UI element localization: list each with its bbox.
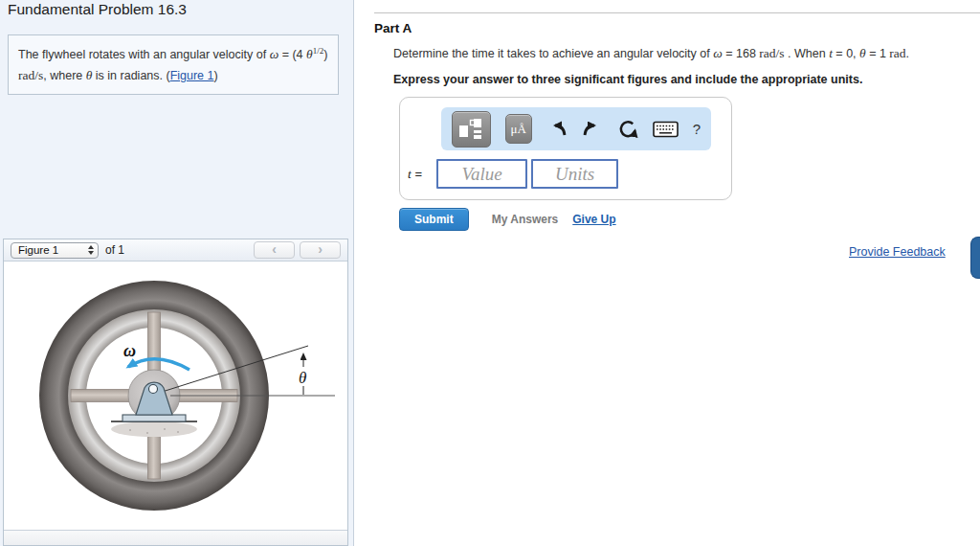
theta-symbol: θ (859, 46, 866, 60)
equation-toolbar: μÅ (441, 107, 711, 150)
figure-image: θ ω (4, 262, 347, 530)
question-fragment: = 1 (866, 47, 890, 60)
mastering-problem-page: Fundamental Problem 16.3 The flywheel ro… (0, 0, 980, 546)
equals-sign: = (412, 167, 422, 181)
slideout-tab-button[interactable] (970, 237, 980, 279)
figure-nav: ‹ › (254, 241, 341, 259)
omega-label: ω (123, 341, 136, 360)
bracket-pin-hole (149, 385, 158, 394)
answer-instruction: Express your answer to three significant… (393, 73, 862, 86)
mu-angstrom-icon: μÅ (510, 122, 525, 137)
submit-button[interactable]: Submit (399, 208, 469, 231)
keyboard-icon (653, 121, 679, 138)
problem-text: is in radians. ( (92, 69, 169, 82)
bracket-base (122, 415, 186, 421)
units-rad: rad (889, 46, 905, 60)
keyboard-shortcuts-button[interactable] (653, 121, 679, 138)
part-a-heading: Part A (374, 21, 412, 35)
figure-link[interactable]: Figure 1 (170, 69, 214, 82)
question-fragment: Determine the time it takes to achieve a… (393, 47, 713, 60)
exponent: 1/2 (313, 46, 324, 56)
figure-select-dropdown[interactable]: Figure 1 (11, 242, 99, 259)
units-input[interactable] (531, 159, 618, 189)
assignment-main: Part A Determine the time it takes to ac… (355, 0, 980, 546)
figure-footer-bar (4, 530, 347, 545)
theta-label: θ (299, 369, 306, 387)
problem-text: = (4 (278, 48, 306, 61)
figure-panel: Figure 1 of 1 ‹ › (3, 239, 348, 546)
theta-symbol: θ (306, 47, 313, 61)
ground-shading (111, 421, 197, 437)
my-answers-button[interactable]: My Answers (492, 213, 559, 226)
answer-row: t = (408, 159, 618, 189)
redo-button[interactable] (582, 121, 603, 138)
question-text: Determine the time it takes to achieve a… (393, 46, 909, 61)
problem-text: ) (214, 69, 218, 82)
reset-button[interactable] (617, 119, 638, 140)
equation-templates-button[interactable] (452, 111, 491, 148)
item-sidebar: Fundamental Problem 16.3 The flywheel ro… (0, 0, 354, 546)
give-up-link[interactable]: Give Up (572, 213, 615, 226)
stepper-icon (88, 245, 94, 255)
figure-header: Figure 1 of 1 ‹ › (4, 239, 347, 262)
reset-icon (617, 119, 638, 140)
section-divider (374, 12, 980, 13)
units-rad-s: rad/s (18, 68, 43, 82)
value-input[interactable] (436, 159, 527, 189)
prev-figure-button[interactable]: ‹ (254, 241, 295, 259)
question-fragment: . When (785, 47, 830, 60)
omega-symbol: ω (270, 47, 279, 61)
problem-statement: The flywheel rotates with an angular vel… (8, 34, 339, 95)
templates-icon (458, 118, 483, 141)
page-title: Fundamental Problem 16.3 (8, 1, 187, 18)
redo-icon (582, 121, 603, 138)
next-figure-button[interactable]: › (300, 241, 341, 259)
question-fragment: = 168 (723, 47, 760, 60)
problem-text: , where (43, 69, 85, 82)
flywheel-figure: θ ω (4, 262, 347, 530)
help-button[interactable]: ? (693, 121, 701, 137)
units-symbols-button[interactable]: μÅ (505, 114, 532, 144)
question-fragment: . (906, 47, 909, 60)
provide-feedback-link[interactable]: Provide Feedback (849, 245, 946, 259)
answer-box: μÅ (399, 97, 732, 200)
figure-select-label: Figure 1 (18, 244, 88, 256)
answer-actions: Submit My Answers Give Up (399, 208, 616, 231)
undo-icon (546, 121, 568, 138)
problem-text: The flywheel rotates with an angular vel… (18, 48, 270, 61)
figure-count-label: of 1 (105, 243, 124, 257)
problem-text: ) (323, 48, 327, 61)
question-fragment: = 0, (833, 47, 859, 60)
omega-symbol: ω (713, 46, 723, 60)
undo-button[interactable] (546, 121, 568, 138)
units-rad-s: rad/s (759, 46, 784, 60)
answer-variable-label: t = (408, 167, 436, 182)
